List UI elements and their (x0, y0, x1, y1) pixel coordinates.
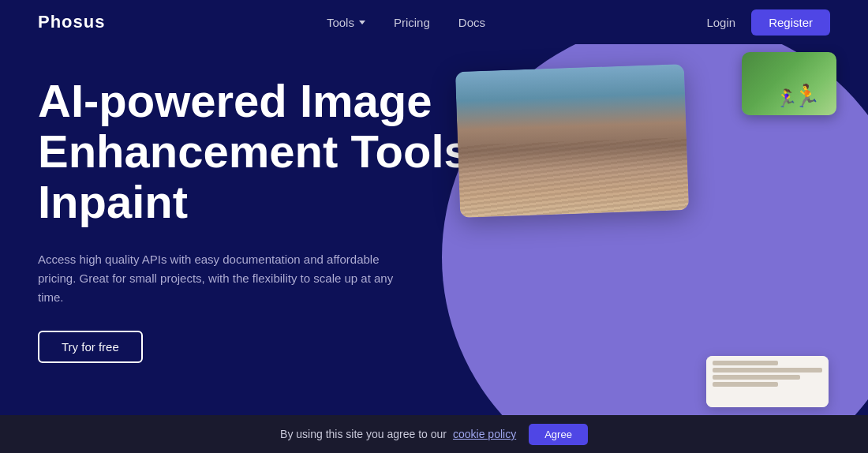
text-card-content (706, 356, 829, 407)
hero-title: AI-powered Image Enhancement Tools: Inpa… (38, 76, 485, 226)
brand-logo[interactable]: Phosus (38, 12, 105, 32)
hero-title-line2: Enhancement Tools: (38, 125, 485, 177)
try-free-button[interactable]: Try for free (38, 331, 143, 363)
text-line-2 (713, 368, 822, 373)
nav-links: Tools Pricing Docs (327, 16, 485, 29)
text-line-4 (713, 382, 778, 387)
hero-content: AI-powered Image Enhancement Tools: Inpa… (38, 76, 485, 363)
text-line-3 (713, 375, 800, 380)
nav-tools[interactable]: Tools (327, 16, 365, 29)
hero-title-line1: AI-powered Image (38, 75, 432, 126)
text-card (706, 356, 829, 407)
login-button[interactable]: Login (706, 16, 735, 29)
people-image (742, 52, 836, 115)
landscape-image (455, 64, 689, 218)
pricing-label: Pricing (394, 16, 430, 29)
tools-label: Tools (327, 16, 354, 29)
cookie-message: By using this site you agree to our (280, 428, 447, 440)
landscape-image-card (455, 64, 689, 218)
hero-title-line3: Inpaint (38, 176, 188, 227)
hero-section: AI-powered Image Enhancement Tools: Inpa… (0, 44, 868, 415)
nav-actions: Login Register (706, 9, 830, 36)
text-line-1 (713, 361, 778, 365)
hero-description: Access high quality APIs with easy docum… (38, 250, 401, 307)
nav-pricing[interactable]: Pricing (394, 16, 430, 29)
register-button[interactable]: Register (751, 9, 830, 36)
navbar: Phosus Tools Pricing Docs Login Register (0, 0, 868, 44)
logo-text: Phosus (38, 12, 105, 32)
tools-chevron-icon (359, 21, 365, 24)
cookie-bar: By using this site you agree to our cook… (0, 415, 868, 453)
nav-docs[interactable]: Docs (458, 16, 485, 29)
docs-label: Docs (458, 16, 485, 29)
cookie-policy-link[interactable]: cookie policy (453, 428, 516, 440)
people-image-card (742, 52, 836, 115)
agree-button[interactable]: Agree (529, 424, 588, 445)
